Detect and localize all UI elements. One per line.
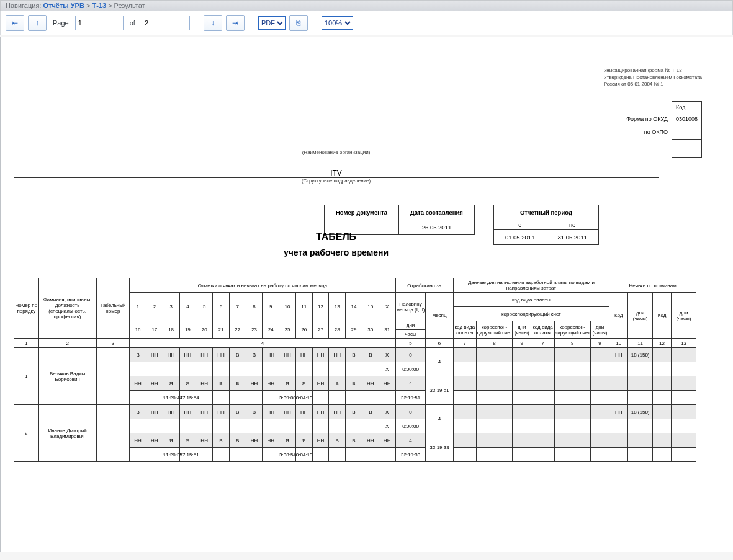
breadcrumb: Навигация: Отчёты УРВ > Т-13 > Результат xyxy=(0,0,733,11)
okud-value: 0301008 xyxy=(672,113,701,125)
doc-meta: Номер документаДата составления 26.05.20… xyxy=(324,205,475,235)
of-label: of xyxy=(130,19,135,27)
col-fio: Фамилия, инициалы, должность (специально… xyxy=(38,278,96,339)
col-pay: Данные для начисления заработной платы п… xyxy=(453,278,609,293)
col-abs: Неявки по причинам xyxy=(609,278,696,293)
row-tab xyxy=(96,405,130,462)
export-button[interactable]: ⎘ xyxy=(289,15,308,31)
org-line xyxy=(14,140,659,149)
okpo-value xyxy=(672,125,701,140)
report-subtitle: учета рабочего времени xyxy=(14,247,659,257)
arrow-up-icon: ↑ xyxy=(35,19,39,27)
breadcrumb-link-t13[interactable]: Т-13 xyxy=(92,2,106,9)
last-page-button[interactable]: ⇥ xyxy=(226,15,245,31)
row-tab xyxy=(96,348,130,405)
zoom-select[interactable]: 100% xyxy=(322,16,353,30)
report-page: Унифицированная форма № Т-13 Утверждена … xyxy=(14,42,727,552)
timesheet-table: Номер по порядкуФамилия, инициалы, должн… xyxy=(14,278,696,462)
format-select[interactable]: PDF xyxy=(258,16,286,30)
okpo-label: по ОКПО xyxy=(623,125,672,140)
report-toolbar: ⇤ ↑ Page of ↓ ⇥ PDF ⎘ 100% xyxy=(0,11,733,35)
page-input[interactable] xyxy=(75,16,124,30)
org-caption: (Наименование организации) xyxy=(14,149,659,155)
total-pages xyxy=(142,16,190,30)
dept-value: ITV xyxy=(14,169,659,177)
export-icon: ⎘ xyxy=(296,19,300,27)
first-page-icon: ⇤ xyxy=(12,19,18,27)
dept-caption: (Структурное подразделение) xyxy=(14,178,659,184)
row-name: Беляков Вадим Борисович xyxy=(38,348,96,405)
report-title: ТАБЕЛЬ xyxy=(14,231,659,242)
col-num: Номер по порядку xyxy=(14,278,39,339)
breadcrumb-current: Результат xyxy=(114,2,145,9)
last-page-icon: ⇥ xyxy=(232,19,238,27)
page-label: Page xyxy=(53,19,69,27)
report-viewer: Унифицированная форма № Т-13 Утверждена … xyxy=(0,37,733,552)
row-num: 2 xyxy=(14,405,39,462)
okud-label: Форма по ОКУД xyxy=(623,113,672,125)
arrow-down-icon: ↓ xyxy=(211,19,215,27)
next-page-button[interactable]: ↓ xyxy=(204,15,222,31)
form-info: Унифицированная форма № Т-13 Утверждена … xyxy=(604,67,702,87)
row-num: 1 xyxy=(14,348,39,405)
code-header: Код xyxy=(672,102,701,113)
col-worked: Отработано за xyxy=(395,278,453,293)
col-tab: Табельный номер xyxy=(96,278,130,339)
breadcrumb-label: Навигация: xyxy=(6,2,41,9)
breadcrumb-link-reports[interactable]: Отчёты УРВ xyxy=(43,2,84,9)
prev-page-button[interactable]: ↑ xyxy=(28,15,47,31)
col-marks: Отметки о явках и неявках на работу по ч… xyxy=(130,278,395,293)
first-page-button[interactable]: ⇤ xyxy=(6,15,24,31)
row-name: Иванов Дмитрий Владимирович xyxy=(38,405,96,462)
